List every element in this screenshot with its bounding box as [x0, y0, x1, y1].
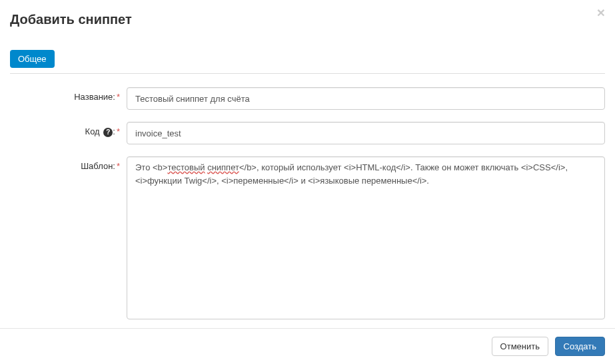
spellcheck-word: сниппет: [207, 162, 239, 172]
required-star: *: [117, 92, 120, 102]
code-label: Код ?:*: [10, 122, 127, 137]
create-button[interactable]: Создать: [555, 337, 605, 356]
name-label: Название:*: [10, 87, 127, 102]
close-icon[interactable]: ×: [597, 5, 605, 19]
required-star: *: [117, 161, 120, 171]
template-textarea[interactable]: Это <b>тестовый сниппет</b>, который исп…: [127, 156, 605, 319]
modal-footer: Отменить Создать: [0, 328, 615, 364]
name-input[interactable]: [127, 87, 605, 110]
tab-general[interactable]: Общее: [10, 50, 55, 68]
template-label: Шаблон:*: [10, 156, 127, 171]
cancel-button[interactable]: Отменить: [492, 337, 548, 356]
code-input[interactable]: [127, 122, 605, 144]
tabs-bar: Общее: [10, 50, 605, 74]
help-icon[interactable]: ?: [103, 128, 113, 137]
required-star: *: [117, 126, 120, 136]
spellcheck-word: тестовый: [167, 162, 205, 172]
modal-title: Добавить сниппет: [10, 10, 605, 29]
